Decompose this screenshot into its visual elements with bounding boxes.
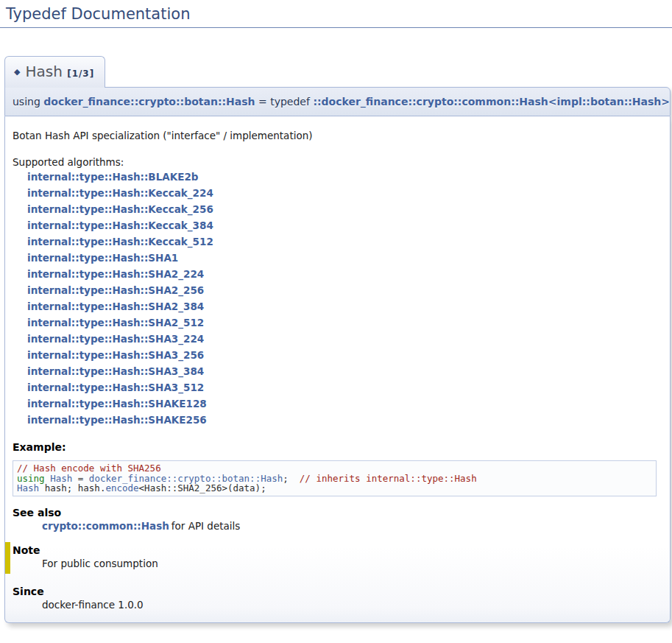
- algo-link-sha3-512[interactable]: internal::type::Hash::SHA3_512: [27, 382, 204, 393]
- algo-link-keccak-384[interactable]: internal::type::Hash::Keccak_384: [27, 219, 213, 231]
- code-line: // Hash encode with SHA256: [17, 463, 652, 474]
- algo-link-sha3-384[interactable]: internal::type::Hash::SHA3_384: [27, 365, 204, 377]
- list-item: internal::type::Hash::SHAKE256: [27, 412, 662, 428]
- algo-link-sha2-512[interactable]: internal::type::Hash::SHA2_512: [27, 317, 204, 328]
- typedef-signature: using docker_finance::crypto::botan::Has…: [4, 87, 671, 116]
- code-text: ;: [283, 473, 300, 484]
- page-title: Typedef Documentation: [0, 0, 672, 28]
- member-documentation: Botan Hash API specialization ("interfac…: [4, 116, 671, 623]
- link-botan-hash[interactable]: docker_finance::crypto::botan::Hash: [43, 96, 255, 108]
- since-section: Since docker-finance 1.0.0: [13, 586, 662, 611]
- algo-link-keccak-256[interactable]: internal::type::Hash::Keccak_256: [27, 203, 213, 215]
- member-tab-label: Hash: [25, 63, 62, 80]
- signature-equals-typedef: = typedef: [255, 96, 314, 108]
- code-link-encode[interactable]: encode: [105, 482, 138, 493]
- member-tab[interactable]: ◆Hash [1/3]: [4, 56, 105, 88]
- signature-using-keyword: using: [13, 96, 43, 108]
- list-item: internal::type::Hash::SHA3_512: [27, 379, 662, 396]
- algo-link-keccak-512[interactable]: internal::type::Hash::Keccak_512: [27, 236, 213, 247]
- algo-link-sha3-224[interactable]: internal::type::Hash::SHA3_224: [27, 333, 204, 345]
- list-item: internal::type::Hash::SHAKE128: [27, 396, 662, 412]
- list-item: internal::type::Hash::SHA2_512: [27, 315, 662, 331]
- code-fragment: // Hash encode with SHA256 using Hash = …: [13, 460, 657, 496]
- list-item: internal::type::Hash::Keccak_256: [27, 201, 662, 217]
- note-section: Note For public consumption: [5, 542, 662, 574]
- see-also-section: See also crypto::common::Hashfor API det…: [13, 507, 662, 532]
- list-item: internal::type::Hash::SHA3_384: [27, 363, 662, 379]
- supported-algorithms-label: Supported algorithms:: [13, 156, 662, 168]
- algo-link-sha1[interactable]: internal::type::Hash::SHA1: [27, 252, 178, 264]
- list-item: internal::type::Hash::SHA2_256: [27, 282, 662, 298]
- list-item: internal::type::Hash::SHA3_224: [27, 331, 662, 347]
- code-line: Hash hash; hash.encode<Hash::SHA2_256>(d…: [17, 483, 652, 493]
- code-line: using Hash = docker_finance::crypto::bot…: [17, 474, 652, 484]
- example-section: Example:: [13, 441, 662, 453]
- algorithm-list: internal::type::Hash::BLAKE2b internal::…: [27, 169, 662, 428]
- typedef-member-block: ◆Hash [1/3] using docker_finance::crypto…: [4, 56, 671, 623]
- algo-link-shake256[interactable]: internal::type::Hash::SHAKE256: [27, 414, 207, 426]
- list-item: internal::type::Hash::SHA3_256: [27, 347, 662, 363]
- since-text: docker-finance 1.0.0: [42, 599, 662, 611]
- note-text: For public consumption: [42, 558, 662, 569]
- code-text: <Hash::SHA2_256>(data);: [139, 482, 266, 493]
- intro-paragraph: Botan Hash API specialization ("interfac…: [13, 130, 662, 141]
- code-text: hash; hash.: [39, 482, 105, 493]
- see-also-label: See also: [13, 507, 662, 519]
- algo-link-blake2b[interactable]: internal::type::Hash::BLAKE2b: [27, 171, 198, 183]
- list-item: internal::type::Hash::BLAKE2b: [27, 169, 662, 185]
- algo-link-keccak-224[interactable]: internal::type::Hash::Keccak_224: [27, 187, 213, 199]
- list-item: internal::type::Hash::Keccak_384: [27, 217, 662, 233]
- list-item: internal::type::Hash::SHA2_224: [27, 266, 662, 282]
- algo-link-shake128[interactable]: internal::type::Hash::SHAKE128: [27, 398, 207, 410]
- code-link-hash-type[interactable]: Hash: [17, 482, 39, 493]
- algo-link-sha3-256[interactable]: internal::type::Hash::SHA3_256: [27, 349, 204, 361]
- note-label: Note: [13, 544, 662, 556]
- code-comment: // inherits internal::type::Hash: [300, 473, 477, 484]
- see-also-content: crypto::common::Hashfor API details: [42, 520, 662, 532]
- see-also-text: for API details: [171, 520, 240, 532]
- permalink-diamond-icon[interactable]: ◆: [14, 67, 20, 77]
- link-crypto-common-hash[interactable]: crypto::common::Hash: [42, 520, 169, 532]
- member-tab-index: [1/3]: [67, 68, 94, 79]
- link-common-hash-template[interactable]: ::docker_finance::crypto::common::Hash<i…: [313, 96, 670, 108]
- algo-link-sha2-384[interactable]: internal::type::Hash::SHA2_384: [27, 301, 204, 312]
- list-item: internal::type::Hash::Keccak_224: [27, 185, 662, 201]
- example-label: Example:: [13, 441, 662, 453]
- since-label: Since: [13, 586, 662, 597]
- list-item: internal::type::Hash::SHA1: [27, 250, 662, 266]
- list-item: internal::type::Hash::Keccak_512: [27, 233, 662, 250]
- algo-link-sha2-224[interactable]: internal::type::Hash::SHA2_224: [27, 268, 204, 280]
- algo-link-sha2-256[interactable]: internal::type::Hash::SHA2_256: [27, 284, 204, 296]
- list-item: internal::type::Hash::SHA2_384: [27, 298, 662, 315]
